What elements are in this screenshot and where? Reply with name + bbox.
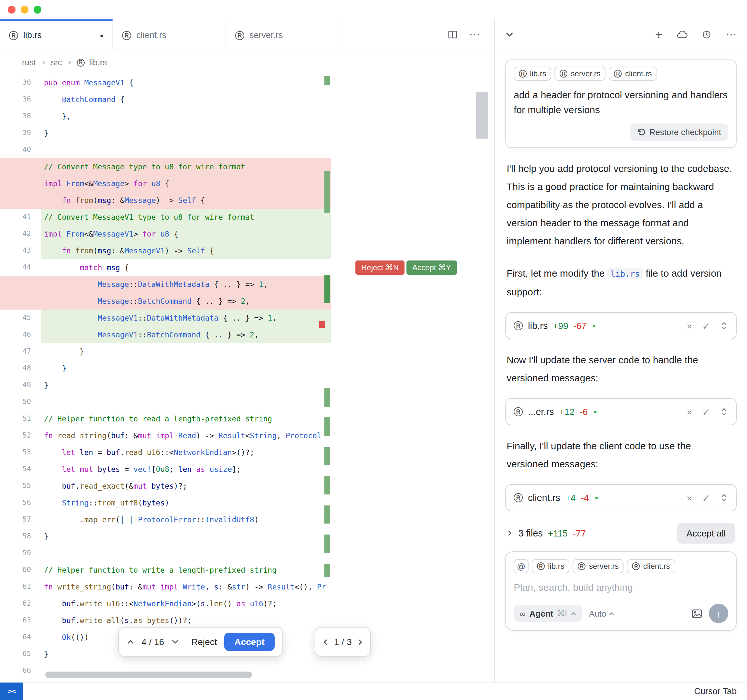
code-line[interactable]: 54 let mut bytes = vec![0u8; len as usiz…: [0, 461, 494, 478]
code-line[interactable]: 42impl From<&MessageV1> for u8 {: [0, 226, 494, 242]
context-chip-client.rs[interactable]: Rclient.rs: [609, 67, 657, 81]
code-line[interactable]: 58}: [0, 528, 494, 545]
cursor-tab-status[interactable]: Cursor Tab: [694, 686, 747, 696]
code-line[interactable]: 59: [0, 545, 494, 562]
files-expand-chevron-icon[interactable]: [507, 530, 513, 536]
code-line[interactable]: 55 buf.read_exact(&mut bytes)?;: [0, 478, 494, 494]
code-line[interactable]: 44 match msg {Reject ⌘NAccept ⌘Y: [0, 259, 494, 276]
expand-collapse-icon[interactable]: [720, 321, 728, 330]
code-editor[interactable]: 30pub enum MessageV1 {36 BatchCommand {3…: [0, 74, 494, 679]
code-line[interactable]: 38 },: [0, 108, 494, 125]
close-icon[interactable]: ×: [687, 493, 693, 503]
chat-thread[interactable]: Rlib.rsRserver.rsRclient.rs add a header…: [495, 50, 747, 682]
code-line[interactable]: Message::BatchCommand { .. } => 2,: [0, 293, 494, 310]
inline-reject-button[interactable]: Reject ⌘N: [355, 261, 405, 275]
cloud-icon[interactable]: [677, 30, 688, 39]
code-line[interactable]: 30pub enum MessageV1 {: [0, 74, 494, 91]
model-selector[interactable]: Auto: [589, 609, 615, 618]
code-line[interactable]: fn from(msg: &Message) -> Self {: [0, 192, 494, 209]
collapse-chat-icon[interactable]: [505, 30, 514, 39]
restore-checkpoint-button[interactable]: Restore checkpoint: [630, 123, 728, 141]
code-line[interactable]: 43 fn from(msg: &MessageV1) -> Self {: [0, 242, 494, 259]
inline-accept-button[interactable]: Accept ⌘Y: [407, 261, 457, 275]
tab-server.rs[interactable]: Rserver.rs: [226, 20, 339, 50]
context-chip-client.rs[interactable]: Rclient.rs: [627, 559, 675, 573]
vertical-scrollbar-thumb[interactable]: [476, 92, 488, 139]
close-icon[interactable]: ×: [687, 321, 693, 330]
rust-file-icon: R: [514, 321, 523, 330]
code-line[interactable]: 45 MessageV1::DataWithMetadata { .. } =>…: [0, 310, 494, 326]
file-change-card-client[interactable]: Rclient.rs+4-4●×✓: [505, 484, 736, 511]
code-line[interactable]: 60// Helper function to write a length-p…: [0, 562, 494, 579]
code-line[interactable]: 48 }: [0, 360, 494, 377]
file-change-card-lib[interactable]: Rlib.rs+99-67●×✓: [505, 312, 736, 339]
prev-file-button[interactable]: [322, 638, 329, 645]
code-line[interactable]: 39}: [0, 125, 494, 142]
code-line[interactable]: 47 }: [0, 343, 494, 360]
history-icon[interactable]: [702, 30, 711, 39]
split-editor-icon[interactable]: [448, 30, 458, 39]
breadcrumb[interactable]: rust src R lib.rs: [0, 50, 494, 74]
code-line[interactable]: 52fn read_string(buf: &mut impl Read) ->…: [0, 427, 494, 444]
tab-client.rs[interactable]: Rclient.rs: [113, 20, 226, 50]
accept-button[interactable]: Accept: [224, 633, 275, 651]
next-diff-button[interactable]: [171, 638, 179, 646]
context-chip-server.rs[interactable]: Rserver.rs: [573, 559, 624, 573]
editor-more-actions-icon[interactable]: ⋯: [469, 28, 480, 41]
user-message-text: add a header for protocol versioning and…: [514, 87, 728, 117]
prev-diff-button[interactable]: [127, 638, 135, 646]
expand-collapse-icon[interactable]: [720, 407, 728, 416]
expand-collapse-icon[interactable]: [720, 493, 728, 502]
code-text: // Helper function to read a length-pref…: [39, 411, 272, 427]
agent-mode-selector[interactable]: ∞ Agent ⌘I: [514, 605, 582, 622]
code-line[interactable]: 46 MessageV1::BatchCommand { .. } => 2,: [0, 326, 494, 343]
context-chip-lib.rs[interactable]: Rlib.rs: [514, 67, 552, 81]
code-text: pub enum MessageV1 {: [39, 74, 133, 91]
attach-image-icon[interactable]: [691, 609, 702, 618]
add-context-button[interactable]: @: [514, 559, 529, 573]
close-icon[interactable]: ×: [687, 407, 693, 417]
context-chip-lib.rs[interactable]: Rlib.rs: [532, 559, 570, 573]
code-line[interactable]: 36 BatchCommand {: [0, 91, 494, 108]
code-line[interactable]: 56 String::from_utf8(bytes): [0, 494, 494, 511]
check-icon[interactable]: ✓: [702, 493, 710, 503]
accept-all-button[interactable]: Accept all: [677, 523, 735, 544]
check-icon[interactable]: ✓: [702, 321, 710, 330]
remote-indicator[interactable]: ><: [0, 683, 23, 700]
code-line[interactable]: 61fn write_string(buf: &mut impl Write, …: [0, 579, 494, 595]
code-line[interactable]: 62 buf.write_u16::<NetworkEndian>(s.len(…: [0, 595, 494, 612]
breadcrumb-item-src[interactable]: src: [51, 58, 62, 67]
code-line[interactable]: 40: [0, 142, 494, 158]
code-line[interactable]: 49}: [0, 377, 494, 394]
code-line[interactable]: 41// Convert MessageV1 type to u8 for wi…: [0, 209, 494, 226]
code-line[interactable]: 50: [0, 394, 494, 411]
horizontal-scrollbar-thumb[interactable]: [45, 671, 252, 678]
next-file-button[interactable]: [357, 638, 364, 645]
code-line[interactable]: Message::DataWithMetadata { .. } => 1,: [0, 276, 494, 293]
code-line[interactable]: 63 buf.write_all(s.as_bytes())?;: [0, 612, 494, 629]
minimize-window-button[interactable]: [21, 6, 29, 14]
code-line[interactable]: 57 .map_err(|_| ProtocolError::InvalidUt…: [0, 511, 494, 528]
tab-lib.rs[interactable]: Rlib.rs●: [0, 20, 113, 50]
card-actions: ×✓: [687, 407, 728, 417]
reject-button[interactable]: Reject: [191, 637, 217, 647]
file-change-card-server[interactable]: R...er.rs+12-6●×✓: [505, 398, 736, 425]
code-line[interactable]: 53 let len = buf.read_u16::<NetworkEndia…: [0, 444, 494, 461]
tab-label: client.rs: [136, 30, 166, 40]
chat-input[interactable]: Plan, search, build anything: [514, 582, 728, 593]
close-window-button[interactable]: [8, 6, 15, 14]
code-line[interactable]: // Convert Message type to u8 for wire f…: [0, 158, 494, 175]
code-line[interactable]: impl From<&Message> for u8 {: [0, 175, 494, 192]
line-number: 50: [0, 394, 39, 411]
status-dot: ●: [594, 409, 597, 415]
code-line[interactable]: 51// Helper function to read a length-pr…: [0, 411, 494, 427]
check-icon[interactable]: ✓: [702, 407, 710, 417]
send-button[interactable]: ↑: [709, 604, 728, 623]
line-number: 49: [0, 377, 39, 394]
breadcrumb-item-rust[interactable]: rust: [22, 58, 36, 67]
context-chip-server.rs[interactable]: Rserver.rs: [555, 67, 606, 81]
new-chat-button[interactable]: +: [655, 29, 662, 41]
chat-more-icon[interactable]: ⋯: [726, 28, 736, 41]
breadcrumb-item-file[interactable]: lib.rs: [89, 58, 107, 67]
zoom-window-button[interactable]: [33, 6, 41, 14]
